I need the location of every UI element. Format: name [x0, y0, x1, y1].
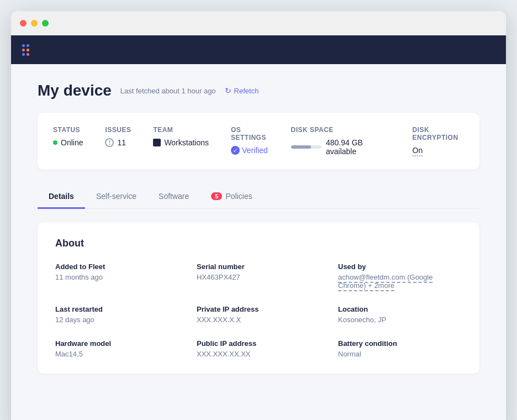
page-header: My device Last fetched about 1 hour ago … — [38, 82, 479, 99]
tab-self-service-label: Self-service — [96, 192, 136, 201]
about-grid: Added to Fleet 11 months ago Serial numb… — [55, 262, 462, 358]
online-dot — [53, 140, 57, 145]
tab-software[interactable]: Software — [147, 185, 200, 209]
public-ip-value: XXX.XXX.XX.XX — [197, 350, 320, 358]
disk-space-value: 480.94 GB available — [291, 138, 391, 156]
issues-count: 11 — [117, 138, 126, 147]
issues-label: Issues — [105, 126, 131, 134]
tab-software-label: Software — [159, 192, 189, 201]
disk-encryption-value: On — [413, 146, 465, 156]
about-item-added: Added to Fleet 11 months ago — [55, 262, 179, 290]
page-content: My device Last fetched about 1 hour ago … — [11, 64, 506, 420]
refresh-icon: ↻ — [225, 86, 231, 95]
status-label: Status — [53, 126, 83, 134]
page-title: My device — [38, 82, 112, 99]
public-ip-label: Public IP address — [197, 339, 320, 348]
disk-bar-fill — [291, 145, 311, 149]
private-ip-label: Private IP address — [197, 305, 320, 313]
used-by-value[interactable]: achow@fleetdm.com (Google Chrome) + 2mor… — [338, 273, 462, 290]
logo — [22, 44, 33, 56]
team-name: Workstations — [164, 138, 209, 147]
about-item-used-by: Used by achow@fleetdm.com (Google Chrome… — [338, 262, 462, 290]
title-bar — [11, 11, 506, 35]
status-item-team: Team Workstations — [153, 126, 209, 147]
team-icon — [153, 139, 161, 146]
about-item-restarted: Last restarted 12 days ago — [55, 305, 179, 324]
os-settings-label: OS settings — [231, 126, 268, 141]
tabs-bar: Details Self-service Software 5 Policies — [38, 185, 479, 209]
check-icon: ✓ — [231, 146, 240, 155]
nav-bar — [11, 35, 506, 64]
used-by-text[interactable]: achow@fleetdm.com (Google Chrome) + 2mor… — [338, 273, 432, 291]
disk-space-text: 480.94 GB available — [326, 138, 391, 156]
maximize-button[interactable] — [42, 20, 49, 27]
last-fetched: Last fetched about 1 hour ago — [120, 87, 216, 95]
added-label: Added to Fleet — [55, 262, 179, 271]
location-value: Kosonecho, JP — [338, 316, 462, 324]
about-item-location: Location Kosonecho, JP — [338, 305, 462, 324]
about-item-hardware: Hardware model Mac14,5 — [55, 339, 179, 358]
about-item-public-ip: Public IP address XXX.XXX.XX.XX — [197, 339, 320, 358]
battery-value: Normal — [338, 350, 462, 358]
about-item-serial: Serial number HX463PX427 — [197, 262, 320, 290]
refetch-button[interactable]: ↻ Refetch — [225, 86, 259, 95]
serial-value: HX463PX427 — [197, 273, 320, 281]
status-value: Online — [53, 138, 83, 147]
added-value: 11 months ago — [55, 273, 179, 281]
minimize-button[interactable] — [31, 20, 38, 27]
disk-encryption-label: Disk encryption — [413, 126, 465, 141]
hardware-label: Hardware model — [55, 339, 179, 348]
status-item-disk-encryption: Disk encryption On — [413, 126, 465, 156]
os-settings-value: ✓ Verified — [231, 146, 268, 155]
browser-window: My device Last fetched about 1 hour ago … — [11, 11, 506, 420]
location-label: Location — [338, 305, 462, 313]
private-ip-value: XXX.XXX.X.X — [197, 316, 320, 324]
status-item-issues: Issues ! 11 — [105, 126, 131, 147]
disk-bar — [291, 145, 321, 149]
team-label: Team — [153, 126, 209, 134]
status-card: Status Online Issues ! 11 Team Workstati… — [38, 113, 479, 170]
hardware-value: Mac14,5 — [55, 350, 179, 358]
tab-policies-label: Policies — [225, 192, 252, 201]
used-by-label: Used by — [338, 262, 462, 271]
about-item-battery: Battery condition Normal — [338, 339, 462, 358]
battery-label: Battery condition — [338, 339, 462, 348]
about-item-private-ip: Private IP address XXX.XXX.X.X — [197, 305, 320, 324]
restarted-value: 12 days ago — [55, 316, 179, 324]
encryption-text[interactable]: On — [413, 146, 423, 156]
tab-details[interactable]: Details — [38, 185, 85, 209]
status-text: Online — [61, 138, 83, 147]
serial-label: Serial number — [197, 262, 320, 271]
status-item-os-settings: OS settings ✓ Verified — [231, 126, 268, 155]
about-card: About Added to Fleet 11 months ago Seria… — [38, 222, 479, 374]
issues-value: ! 11 — [105, 138, 131, 147]
tab-policies[interactable]: 5 Policies — [200, 185, 263, 209]
disk-space-label: Disk space — [291, 126, 391, 134]
issues-icon: ! — [105, 138, 114, 147]
refetch-label: Refetch — [234, 87, 259, 95]
about-title: About — [55, 238, 462, 249]
status-item-status: Status Online — [53, 126, 83, 147]
team-value: Workstations — [153, 138, 209, 147]
restarted-label: Last restarted — [55, 305, 179, 313]
policies-badge: 5 — [211, 192, 222, 200]
tab-details-label: Details — [49, 192, 74, 201]
os-settings-text: Verified — [242, 146, 268, 155]
status-item-disk-space: Disk space 480.94 GB available — [291, 126, 391, 156]
close-button[interactable] — [20, 20, 27, 27]
tab-self-service[interactable]: Self-service — [85, 185, 147, 209]
